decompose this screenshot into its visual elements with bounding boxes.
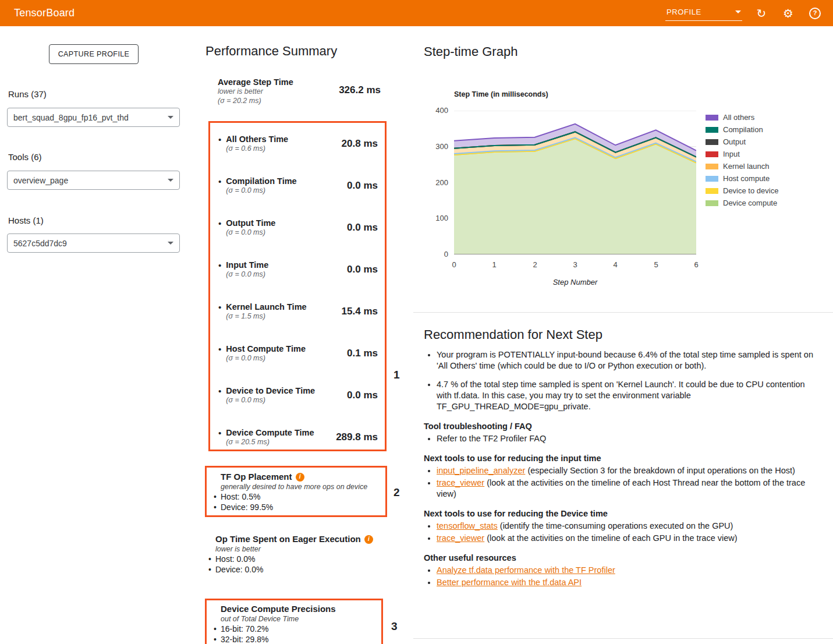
tf-op-placement-box: TF Op Placement i generally desired to h… [205,466,387,517]
x-tick-label: 5 [650,260,662,269]
recommendation-title: Recommendation for Next Step [424,327,602,342]
section-item: input_pipeline_analyzer (especially Sect… [437,465,817,476]
metric-title: Device Compute Time [226,428,314,437]
section-heading: Next tools to use for reducing the Devic… [424,508,817,519]
chart-legend: All others Compilation Output Input Kern… [706,111,778,209]
metric-sigma: (σ = 0.0 ms) [226,186,296,195]
stat-line: 16-bit: 70.2% [212,624,375,634]
info-icon[interactable]: i [364,535,373,544]
stat-line: Device: 99.5% [212,502,380,512]
tool-link[interactable]: Analyze tf.data performance with the TF … [437,565,615,575]
legend-label: Input [723,150,740,158]
app-title: TensorBoard [14,7,75,19]
x-tick-label: 6 [690,260,702,269]
metric-sigma: (σ = 20.5 ms) [226,437,314,447]
section-heading: Next tools to use for reducing the input… [424,453,817,464]
dashboard-select[interactable]: PROFILE [665,5,742,21]
legend-item: All others [706,111,778,123]
metric-title: Compilation Time [226,176,296,186]
y-tick-label: 400 [421,106,448,115]
step-time-graph-section: Step-time Graph Step Time (in millisecon… [413,26,833,313]
metric-title: Host Compute Time [226,344,306,353]
help-icon[interactable]: ? [807,6,823,21]
perf-metric-row: • Output Time (σ = 0.0 ms) 0.0 ms [210,214,385,256]
recommendation-subsection: Next tools to use for reducing the Devic… [424,508,817,544]
dashboard-select-value: PROFILE [667,8,701,16]
recommendation-bullet: 4.7 % of the total step time sampled is … [437,379,817,412]
section-item: trace_viewer (look at the activities on … [437,477,817,500]
legend-swatch [706,188,718,194]
legend-label: Compilation [723,125,763,134]
legend-swatch [706,200,718,206]
x-tick-label: 3 [569,260,581,269]
hosts-select-value: 5627c5dd7dc9 [13,239,67,248]
section-item: Analyze tf.data performance with the TF … [437,565,817,576]
metric-value: 0.0 ms [347,390,378,401]
device-compute-precisions-box: Device Compute Precisions out of Total D… [205,599,383,644]
section-item: Refer to the TF2 Profiler FAQ [437,433,817,444]
metric-sigma: (σ = 0.0 ms) [226,270,268,279]
stat-line: Host: 0.5% [212,491,380,502]
refresh-icon[interactable]: ↻ [754,6,769,21]
stat-line: Host: 0.0% [207,554,382,564]
section-item: Better performance with the tf.data API [437,577,817,588]
metric-value: 0.0 ms [347,222,378,233]
chevron-down-icon [168,242,173,245]
tools-select[interactable]: overview_page [7,171,180,190]
tools-select-value: overview_page [13,176,68,185]
perf-metric-row: • Device Compute Time (σ = 20.5 ms) 289.… [210,423,385,451]
metric-value: 326.2 ms [339,84,381,105]
step-time-breakdown-box: • All Others Time (σ = 0.6 ms) 20.8 ms •… [208,121,387,451]
annotation-2: 2 [394,486,400,499]
recommendation-bullets: Your program is POTENTIALLY input-bound … [424,349,817,412]
bullet-dot: • [218,135,221,145]
top-bar-controls: PROFILE ↻ ⚙ ? [665,5,823,21]
average-step-time-row: Average Step Time lower is better (σ = 2… [218,77,381,105]
metric-sigma: (σ = 1.5 ms) [226,312,306,321]
performance-summary-panel: Performance Summary Average Step Time lo… [192,26,414,644]
right-panel: Step-time Graph Step Time (in millisecon… [413,26,833,644]
legend-item: Kernel launch [706,160,778,172]
tool-link[interactable]: input_pipeline_analyzer [437,466,525,475]
legend-item: Compilation [706,123,778,136]
eager-execution-section: Op Time Spent on Eager Execution i lower… [207,534,382,575]
item-text: (look at the activities on the timeline … [484,533,737,543]
sidebar: CAPTURE PROFILE Runs (37) bert_squad_8gp… [0,26,193,644]
tool-link[interactable]: Better performance with the tf.data API [437,578,582,587]
metric-value: 15.4 ms [342,306,378,317]
perf-metric-row: • Input Time (σ = 0.0 ms) 0.0 ms [210,256,385,298]
perf-metric-row: • Kernel Launch Time (σ = 1.5 ms) 15.4 m… [210,298,385,339]
recommendation-subsection: Tool troubleshooting / FAQ Refer to the … [424,421,817,444]
metric-sigma: (σ = 0.0 ms) [226,395,315,405]
hosts-select[interactable]: 5627c5dd7dc9 [7,233,180,253]
metric-value: 0.1 ms [347,348,378,359]
bullet-dot: • [218,386,221,397]
gear-icon[interactable]: ⚙ [781,6,796,21]
legend-item: Device to device [706,185,778,197]
tool-link[interactable]: tensorflow_stats [437,521,498,530]
precisions-list: 16-bit: 70.2%32-bit: 29.8% [212,624,375,644]
runs-select[interactable]: bert_squad_8gpu_fp16_pvt_thd [7,108,180,127]
y-tick-label: 300 [421,142,448,151]
x-tick-label: 2 [529,260,541,269]
x-axis-label: Step Number [454,278,696,286]
chevron-down-icon [168,116,173,119]
eager-list: Host: 0.0%Device: 0.0% [207,554,382,575]
tool-link[interactable]: trace_viewer [437,533,484,543]
info-icon[interactable]: i [296,473,304,482]
item-text: Refer to the TF2 Profiler FAQ [437,434,546,443]
x-tick-label: 0 [448,260,460,269]
metric-title: All Others Time [226,135,288,144]
legend-swatch [706,151,718,157]
capture-profile-button[interactable]: CAPTURE PROFILE [49,44,139,64]
legend-label: Device compute [723,199,777,207]
legend-label: Host compute [723,174,770,183]
step-time-chart-svg [454,111,696,254]
recommendation-section: Recommendation for Next Step Your progra… [413,312,833,644]
help-circle: ? [809,8,821,19]
metric-title: Average Step Time [218,77,293,87]
tool-link[interactable]: trace_viewer [437,478,484,487]
eager-title: Op Time Spent on Eager Execution [215,534,361,544]
bullet-dot: • [218,218,221,229]
x-tick-label: 4 [609,260,621,269]
